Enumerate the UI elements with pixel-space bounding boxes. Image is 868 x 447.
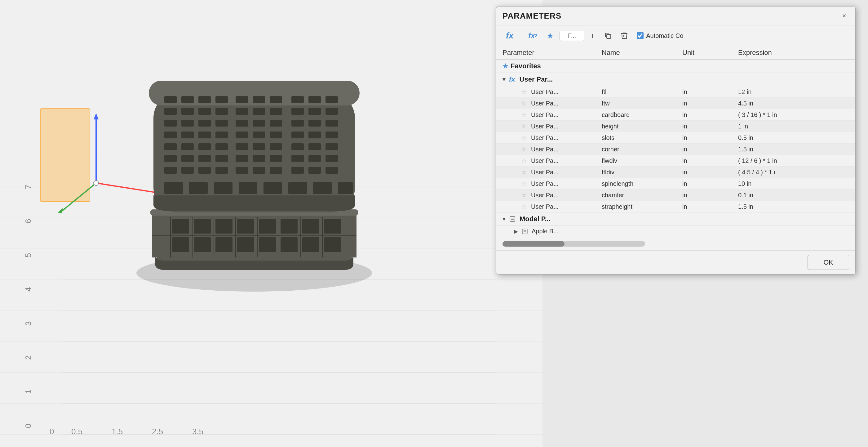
row-name: slots: [602, 134, 682, 142]
svg-rect-95: [308, 108, 321, 115]
svg-rect-117: [164, 143, 177, 150]
row-star-icon[interactable]: ☆: [521, 99, 527, 107]
row-name: flwdiv: [602, 157, 682, 165]
svg-rect-80: [215, 96, 228, 103]
row-star-icon[interactable]: ☆: [521, 169, 527, 176]
auto-compute-checkbox[interactable]: [637, 32, 644, 39]
row-star-icon[interactable]: ☆: [521, 157, 527, 165]
svg-rect-125: [308, 143, 321, 150]
table-row[interactable]: ☆ User Pa... height in 1 in: [496, 121, 855, 132]
fx-sub-button[interactable]: fx2: [525, 29, 540, 42]
model-params-expand-icon[interactable]: ▾: [502, 216, 505, 222]
table-row[interactable]: ☆ User Pa... chamfer in 0.1 in: [496, 189, 855, 201]
table-row[interactable]: ☆ User Pa... ftldiv in ( 4.5 / 4 ) * 1 i: [496, 167, 855, 178]
close-button[interactable]: ×: [839, 11, 849, 21]
svg-rect-98: [181, 120, 194, 126]
scrollbar-thumb[interactable]: [502, 241, 564, 247]
svg-rect-142: [253, 167, 265, 174]
svg-rect-78: [181, 96, 194, 103]
add-parameter-button[interactable]: +: [587, 29, 598, 43]
row-star-icon[interactable]: ☆: [521, 146, 527, 153]
svg-rect-84: [291, 96, 304, 103]
table-row[interactable]: ☆ User Pa... flwdiv in ( 12 / 6 ) * 1 in: [496, 155, 855, 167]
svg-rect-137: [164, 167, 177, 174]
svg-rect-120: [215, 143, 228, 150]
row-star-icon[interactable]: ☆: [521, 122, 527, 130]
table-row[interactable]: ☆ User Pa... spinelength in 10 in: [496, 178, 855, 189]
favorites-section-header[interactable]: ★ Favorites: [496, 60, 855, 73]
svg-rect-136: [326, 155, 338, 162]
table-row[interactable]: ▶ Apple B...: [496, 226, 855, 237]
table-row[interactable]: ☆ User Pa... strapheight in 1.5 in: [496, 201, 855, 212]
row-unit: in: [682, 169, 738, 176]
table-row[interactable]: ☆ User Pa... slots in 0.5 in: [496, 132, 855, 144]
table-body: ★ Favorites ▾ fx User Par... ☆ User Pa..…: [496, 60, 855, 237]
svg-rect-132: [253, 155, 265, 162]
svg-rect-152: [288, 182, 307, 194]
svg-rect-141: [236, 167, 248, 174]
row-star-icon[interactable]: ☆: [521, 111, 527, 119]
svg-rect-123: [270, 143, 282, 150]
svg-rect-68: [215, 237, 232, 252]
favorites-filter-button[interactable]: ★: [543, 29, 557, 43]
svg-rect-138: [181, 167, 194, 174]
copy-parameter-button[interactable]: [601, 30, 615, 41]
svg-rect-63: [281, 219, 298, 234]
svg-rect-62: [259, 219, 276, 234]
user-params-label: User Par...: [520, 76, 553, 84]
svg-rect-96: [326, 108, 338, 115]
row-name: corner: [602, 146, 682, 153]
row-param-label: User Pa...: [531, 180, 559, 187]
row-star-icon[interactable]: ☆: [521, 134, 527, 142]
user-params-expand-icon[interactable]: ▾: [502, 76, 505, 83]
ok-button[interactable]: OK: [808, 255, 849, 270]
3d-viewport[interactable]: 0 0.5 1.5 2.5 3.5 0 1 2 3 4 5 6 7 GHT: [0, 0, 542, 447]
svg-rect-168: [607, 34, 611, 38]
row-name: ftl: [602, 88, 682, 95]
svg-rect-145: [308, 167, 321, 174]
svg-rect-73: [324, 237, 341, 252]
row-unit: in: [682, 180, 738, 187]
parameters-dialog: PARAMETERS × fx fx2 ★ F... + Automatic: [496, 6, 856, 274]
table-header: Parameter Name Unit Expression: [496, 46, 855, 60]
svg-rect-65: [324, 219, 341, 234]
svg-rect-79: [198, 96, 211, 103]
svg-text:1: 1: [24, 390, 33, 394]
svg-rect-148: [189, 182, 208, 194]
row-unit: in: [682, 157, 738, 165]
svg-rect-119: [198, 143, 211, 150]
row-param-label: User Pa...: [531, 111, 559, 119]
table-row[interactable]: ☆ User Pa... ftl in 12 in: [496, 86, 855, 98]
star-section-icon: ★: [502, 62, 508, 70]
svg-rect-110: [215, 131, 228, 138]
svg-rect-114: [291, 131, 304, 138]
table-row[interactable]: ☆ User Pa... cardboard in ( 3 / 16 ) * 1…: [496, 109, 855, 121]
svg-text:3.5: 3.5: [192, 427, 204, 436]
svg-rect-112: [253, 131, 265, 138]
table-row[interactable]: ☆ User Pa... corner in 1.5 in: [496, 144, 855, 155]
svg-rect-58: [172, 219, 189, 234]
user-params-section-header[interactable]: ▾ fx User Par...: [496, 73, 855, 86]
svg-rect-149: [214, 182, 232, 194]
row-name: chamfer: [602, 192, 682, 199]
svg-rect-121: [236, 143, 248, 150]
row-star-icon[interactable]: ☆: [521, 88, 527, 95]
row-expression: ( 4.5 / 4 ) * 1 i: [738, 169, 849, 176]
svg-rect-115: [308, 131, 321, 138]
model-params-section-header[interactable]: ▾ Model P...: [496, 212, 855, 226]
fx-main-button[interactable]: fx: [502, 29, 517, 43]
svg-rect-70: [259, 237, 276, 252]
table-row[interactable]: ☆ User Pa... ftw in 4.5 in: [496, 98, 855, 109]
svg-rect-83: [270, 96, 282, 103]
apple-expand-icon[interactable]: ▶: [514, 228, 518, 235]
row-star-icon[interactable]: ☆: [521, 180, 527, 187]
svg-rect-147: [164, 182, 183, 194]
row-star-icon[interactable]: ☆: [521, 203, 527, 210]
horizontal-scrollbar[interactable]: [502, 241, 645, 247]
svg-rect-103: [270, 120, 282, 126]
svg-rect-94: [291, 108, 304, 115]
delete-parameter-button[interactable]: [618, 30, 631, 41]
filter-input[interactable]: F...: [560, 31, 584, 41]
row-star-icon[interactable]: ☆: [521, 191, 527, 199]
row-unit: in: [682, 123, 738, 130]
